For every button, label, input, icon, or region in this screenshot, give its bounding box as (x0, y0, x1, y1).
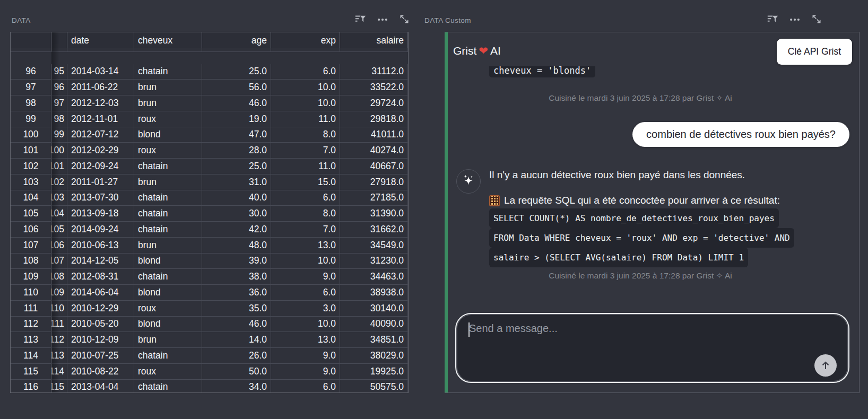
table-cell[interactable]: roux (134, 364, 202, 380)
row-number-cell[interactable]: 111 (11, 301, 51, 317)
table-cell[interactable]: blond (134, 127, 202, 143)
table-cell[interactable]: chatain (134, 190, 202, 206)
table-cell[interactable]: 105 (51, 222, 67, 238)
table-cell[interactable]: 42.0 (202, 222, 271, 238)
table-cell[interactable]: blond (134, 285, 202, 301)
table-cell[interactable]: chatain (134, 269, 202, 285)
table-cell[interactable]: 2010-08-22 (67, 364, 134, 380)
table-cell[interactable]: 2010-06-13 (67, 238, 134, 254)
table-cell[interactable]: 38.0 (202, 269, 271, 285)
sort-filter-icon[interactable] (767, 14, 778, 25)
table-cell[interactable]: brun (134, 95, 202, 111)
row-number-cell[interactable]: 102 (11, 159, 51, 174)
table-cell[interactable]: 7.0 (271, 222, 340, 238)
table-cell[interactable]: 29818.0 (340, 111, 408, 127)
table-cell[interactable]: 38938.0 (340, 285, 408, 301)
table-cell[interactable]: 9.0 (271, 269, 340, 285)
table-cell[interactable]: 34851.0 (340, 332, 408, 348)
table-cell[interactable]: 48.0 (202, 238, 271, 254)
message-input[interactable] (456, 314, 848, 382)
table-cell[interactable]: 2011-06-22 (67, 80, 134, 95)
row-number-cell[interactable]: 116 (11, 380, 51, 394)
table-cell[interactable]: 2013-09-18 (67, 206, 134, 222)
table-cell[interactable]: 10.0 (271, 80, 340, 95)
table-cell[interactable]: 115 (51, 380, 67, 394)
table-cell[interactable]: chatain (134, 348, 202, 364)
table-cell[interactable]: 2012-07-12 (67, 127, 134, 143)
table-cell[interactable]: 31.0 (202, 174, 271, 190)
table-cell[interactable]: 33522.0 (340, 80, 408, 95)
table-cell[interactable]: 114 (51, 364, 67, 380)
table-cell[interactable]: chatain (134, 159, 202, 174)
table-cell[interactable]: 31662.0 (340, 222, 408, 238)
table-cell[interactable]: roux (134, 143, 202, 159)
table-cell[interactable]: 31112.0 (340, 64, 408, 80)
row-number-cell[interactable]: 101 (11, 143, 51, 159)
more-options-icon[interactable] (789, 14, 801, 25)
table-cell[interactable]: brun (134, 332, 202, 348)
row-number-cell[interactable]: 109 (11, 269, 51, 285)
table-cell[interactable]: 99 (51, 127, 67, 143)
table-cell[interactable]: 35.0 (202, 301, 271, 317)
row-number-cell[interactable]: 110 (11, 285, 51, 301)
table-cell[interactable]: 34.0 (202, 380, 271, 394)
table-cell[interactable]: 2010-12-09 (67, 332, 134, 348)
table-cell[interactable]: 14.0 (202, 332, 271, 348)
table-cell[interactable]: 9.0 (271, 364, 340, 380)
table-cell[interactable]: 102 (51, 174, 67, 190)
table-cell[interactable]: blond (134, 254, 202, 269)
column-header[interactable]: cheveux (134, 32, 202, 49)
table-cell[interactable]: chatain (134, 206, 202, 222)
table-cell[interactable]: 9.0 (271, 348, 340, 364)
row-number-cell[interactable]: 98 (11, 95, 51, 111)
table-cell[interactable]: chatain (134, 64, 202, 80)
table-cell[interactable]: 39.0 (202, 254, 271, 269)
table-cell[interactable]: 6.0 (271, 190, 340, 206)
table-cell[interactable]: brun (134, 238, 202, 254)
table-cell[interactable]: 15.0 (271, 174, 340, 190)
table-cell[interactable]: 28.0 (202, 143, 271, 159)
table-cell[interactable]: 27918.0 (340, 174, 408, 190)
table-cell[interactable]: 3.0 (271, 301, 340, 317)
table-cell[interactable]: 11.0 (271, 159, 340, 174)
table-cell[interactable]: chatain (134, 380, 202, 394)
table-cell[interactable]: 8.0 (271, 127, 340, 143)
table-cell[interactable]: 56.0 (202, 80, 271, 95)
table-cell[interactable]: roux (134, 301, 202, 317)
table-cell[interactable]: 11.0 (271, 111, 340, 127)
table-cell[interactable]: 19925.0 (340, 364, 408, 380)
table-cell[interactable]: 40090.0 (340, 317, 408, 333)
table-cell[interactable]: 10.0 (271, 254, 340, 269)
table-cell[interactable]: brun (134, 174, 202, 190)
table-cell[interactable]: 41011.0 (340, 127, 408, 143)
table-cell[interactable]: 13.0 (271, 332, 340, 348)
table-cell[interactable]: 2010-05-20 (67, 317, 134, 333)
column-header[interactable]: age (202, 32, 271, 49)
table-cell[interactable]: 50575.0 (340, 380, 408, 394)
table-cell[interactable]: 2011-01-27 (67, 174, 134, 190)
table-cell[interactable]: 40667.0 (340, 159, 408, 174)
column-header[interactable]: salaire (340, 32, 408, 49)
table-cell[interactable]: 2013-04-04 (67, 380, 134, 394)
row-number-cell[interactable]: 104 (11, 190, 51, 206)
expand-icon[interactable] (399, 14, 411, 25)
table-cell[interactable]: chatain (134, 222, 202, 238)
table-cell[interactable]: 101 (51, 159, 67, 174)
column-header[interactable]: date (67, 32, 134, 49)
row-number-cell[interactable]: 97 (11, 80, 51, 95)
table-cell[interactable]: 2014-12-05 (67, 254, 134, 269)
table-cell[interactable]: 2012-12-03 (67, 95, 134, 111)
row-number-cell[interactable]: 106 (11, 222, 51, 238)
table-cell[interactable]: 96 (51, 80, 67, 95)
table-cell[interactable]: 46.0 (202, 317, 271, 333)
row-number-cell[interactable]: 114 (11, 348, 51, 364)
send-button[interactable] (814, 354, 837, 377)
expand-icon[interactable] (811, 14, 823, 25)
table-cell[interactable]: 104 (51, 206, 67, 222)
row-number-cell[interactable]: 112 (11, 317, 51, 333)
table-cell[interactable]: 47.0 (202, 127, 271, 143)
column-header[interactable] (51, 32, 67, 49)
table-cell[interactable]: 10.0 (271, 95, 340, 111)
table-cell[interactable]: 6.0 (271, 285, 340, 301)
table-cell[interactable]: 30.0 (202, 206, 271, 222)
